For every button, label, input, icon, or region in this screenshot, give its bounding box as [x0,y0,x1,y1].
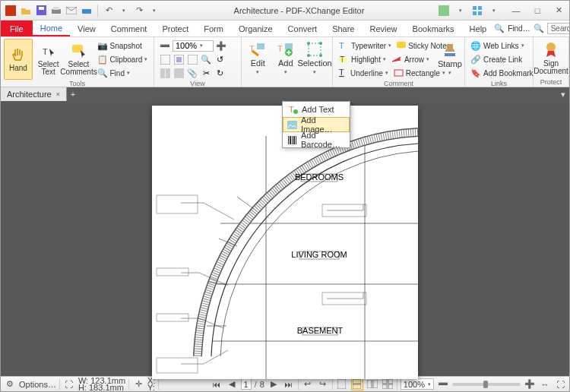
tab-organize[interactable]: Organize [231,21,280,36]
underline-button[interactable]: TUnderline▾Rectangle▾ [336,66,435,80]
zoom-out-icon[interactable]: ➖ [160,40,170,51]
tab-file[interactable]: File [1,21,33,36]
addbookmark-button[interactable]: 🔖Add Bookmark [468,66,536,80]
find-icon[interactable]: 🔍 [494,24,505,34]
svg-rect-24 [285,43,293,49]
position-icon: ✛ [132,378,144,390]
scan-icon[interactable] [80,4,93,17]
edit-button[interactable]: T Edit▾ [245,39,271,78]
two-page-icon[interactable] [366,378,378,390]
binoculars-icon: 🔍 [97,68,108,78]
svg-rect-62 [290,136,291,144]
page-number-box[interactable]: 1 [241,378,252,390]
rotate-cw-icon[interactable]: ↻ [214,68,225,78]
menu-add-barcode[interactable]: Add Barcode… [283,132,350,147]
close-button[interactable]: ✕ [548,2,569,20]
snapshot-button[interactable]: 📷Snapshot [95,39,150,52]
thumbnails-icon[interactable] [173,68,184,78]
find-button[interactable]: 🔍Find▾ [95,66,150,80]
sign-button[interactable]: Sign Document [537,39,565,78]
sticky-icon [397,40,406,51]
open-icon[interactable] [19,4,33,17]
highlight-button[interactable]: THighlight▾Arrow▾ [336,52,435,66]
undo-dropdown[interactable]: ▾ [117,4,131,17]
tab-form[interactable]: Form [196,21,231,36]
tab-protect[interactable]: Protect [154,21,196,36]
zoom-combo[interactable]: 100%▾ [173,40,214,52]
email-icon[interactable] [65,4,78,17]
redo-dropdown[interactable]: ▾ [147,4,161,17]
tab-comment[interactable]: Comment [103,21,155,36]
select-comments-tool[interactable]: Select Comments [65,39,93,80]
new-tab-button[interactable]: + [67,87,79,101]
options-gear-icon[interactable]: ⚙ [4,378,16,390]
last-page-icon[interactable]: ⏭ [283,378,295,390]
page-count: 8 [260,380,264,389]
clipboard-button[interactable]: 📋Clipboard▾ [95,52,150,66]
tab-bookmarks[interactable]: Bookmarks [405,21,462,36]
undo-icon[interactable]: ↶ [102,4,116,17]
ui-options-icon[interactable] [437,4,451,17]
group-links-label: Links [468,80,530,88]
launch-dropdown[interactable]: ▾ [487,4,501,17]
launch-icon[interactable] [470,4,484,17]
search-box[interactable]: Search… [547,23,570,34]
createlink-button[interactable]: 🔗Create Link [468,52,536,66]
redo-icon[interactable]: ↷ [132,4,146,17]
rotate-ccw-icon[interactable]: ↺ [214,54,225,65]
tab-review[interactable]: Review [362,21,404,36]
find-label[interactable]: Find… [508,24,530,33]
zoom-marquee-icon[interactable]: 🔍 [201,54,211,65]
fit-width-status[interactable]: ↔ [539,378,551,390]
tab-view[interactable]: View [70,21,103,36]
zoom-in-status[interactable]: ➕ [524,378,536,390]
fullscreen-icon[interactable]: ⛶ [554,378,566,390]
add-button[interactable]: T Add▾ [273,39,299,78]
attachment-icon[interactable]: 📎 [187,68,198,78]
next-view-icon[interactable]: ↪ [317,378,329,390]
next-page-icon[interactable]: ▶ [268,378,280,390]
svg-rect-14 [160,55,170,65]
close-tab-icon[interactable]: × [56,90,60,98]
menu-add-image[interactable]: Add Image… [283,117,350,132]
zoom-out-status[interactable]: ➖ [437,378,449,390]
hand-tool[interactable]: Hand [4,39,33,80]
tab-share[interactable]: Share [325,21,362,36]
tab-home[interactable]: Home [33,21,70,36]
menu-add-text[interactable]: TAdd Text [283,102,350,117]
maximize-button[interactable]: □ [527,2,548,20]
actual-size-icon[interactable] [160,54,170,65]
select-comments-icon [71,43,87,59]
print-icon[interactable] [49,4,63,17]
document-tab[interactable]: Architecture× [1,87,67,101]
page-layout-icon[interactable] [160,68,170,78]
stamp-button[interactable]: Stamp▾ [436,39,464,80]
prev-page-icon[interactable]: ◀ [226,378,238,390]
svg-point-59 [293,109,298,114]
search-icon[interactable]: 🔍 [534,24,544,34]
select-text-tool[interactable]: T Select Text [34,39,63,80]
fit-width-icon[interactable] [187,54,198,65]
tab-menu-button[interactable]: ▾ [557,87,569,101]
add-dropdown-menu: TAdd Text Add Image… Add Barcode… [282,101,350,148]
minimize-button[interactable]: — [505,2,527,20]
svg-rect-17 [188,55,198,65]
selection-button[interactable]: Selection▾ [300,39,329,78]
fit-page-icon[interactable] [173,54,184,65]
single-page-icon[interactable] [336,378,348,390]
typewriter-button[interactable]: TTypewriter▾Sticky Note▾ [336,39,435,52]
crop-icon[interactable]: ✂ [201,68,211,78]
first-page-icon[interactable]: ⏮ [211,378,223,390]
save-icon[interactable] [34,4,48,17]
zoom-combo-status[interactable]: 100%▾ [401,378,434,390]
prev-view-icon[interactable]: ↩ [302,378,314,390]
zoom-slider[interactable] [452,383,521,386]
options-label[interactable]: Options… [19,380,56,389]
continuous-icon[interactable] [351,378,363,390]
tab-help[interactable]: Help [462,21,495,36]
weblinks-button[interactable]: 🌐Web Links▾ [468,39,536,52]
two-continuous-icon[interactable] [382,378,394,390]
tab-convert[interactable]: Convert [280,21,325,36]
zoom-in-icon[interactable]: ➕ [216,40,226,51]
ui-options-dropdown[interactable]: ▾ [454,4,467,17]
